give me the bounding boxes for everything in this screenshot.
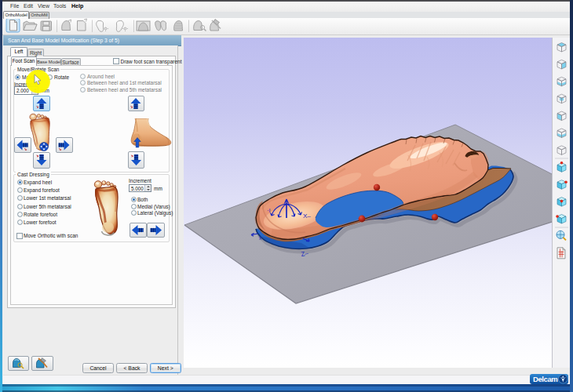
svg-text:·i: ·i bbox=[267, 207, 271, 214]
svg-text:X–: X– bbox=[303, 212, 311, 220]
